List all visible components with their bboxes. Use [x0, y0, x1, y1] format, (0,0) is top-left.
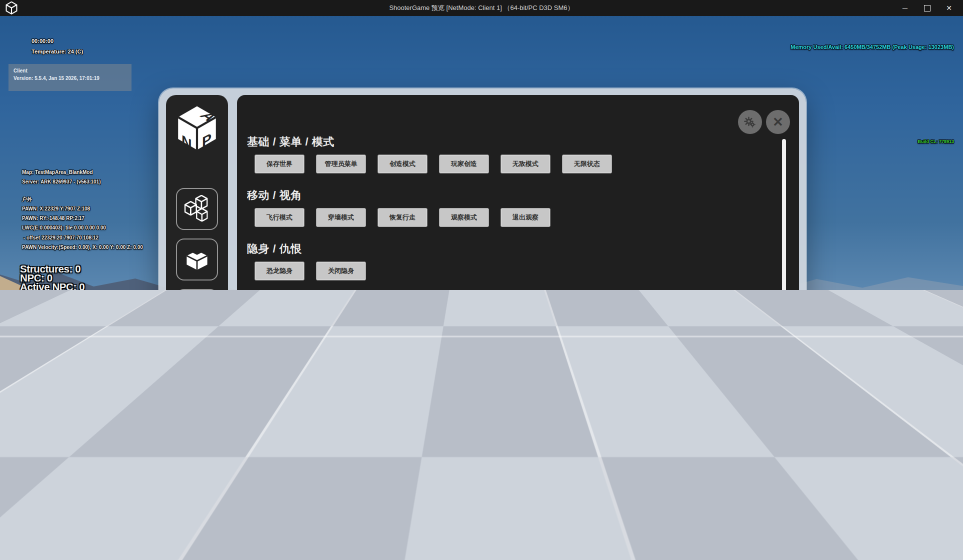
hotbar-slot-number: 7: [518, 539, 554, 547]
gears-icon: [742, 114, 758, 130]
sidebar-tab-world[interactable]: [176, 289, 218, 331]
gear-circuit-icon: [182, 346, 212, 376]
debug-line: LWC(E:0.000403): tile 0.00 0.00 0.00: [22, 223, 143, 232]
admin-command-button[interactable]: 无限状态: [562, 154, 612, 174]
admin-command-button[interactable]: 玩家创造: [439, 154, 489, 174]
hotbar-slot-number: 3: [378, 539, 413, 547]
client-stats: Client Stats:AL_TAMED_DINOS: 0AL_PLAYERS…: [20, 354, 122, 390]
debug-text-block: Map: TestMapArea_BlankModServer: ARK 826…: [22, 168, 143, 252]
panel-close-button[interactable]: ✕: [766, 110, 790, 134]
admin-command-button[interactable]: 关闭隐身: [316, 262, 366, 280]
server-stat-line: Server Ping: 27.21: [20, 336, 122, 345]
app-window: ShooterGame 预览 [NetMode: Client 1] （64-b…: [0, 0, 963, 560]
hotbar-slot[interactable]: [624, 505, 658, 536]
admin-sidebar: [166, 95, 228, 452]
client-version-box: Client Version: 5.5.4, Jan 15 2026, 17:0…: [8, 64, 132, 91]
admin-section: 恐龙 / 世界控制强制驯服清野恐龙: [247, 403, 764, 441]
anp-logo-icon: [862, 524, 884, 549]
admin-command-button[interactable]: 恐龙隐身: [254, 262, 304, 280]
section-title: 基础 / 菜单 / 模式: [247, 136, 764, 148]
package-icon: [182, 244, 212, 274]
admin-command-button[interactable]: 保存世界: [254, 154, 304, 174]
hotbar-slot-number: 0: [624, 539, 659, 547]
food-sack-icon: [931, 451, 952, 472]
admin-command-button[interactable]: 退出观察: [500, 208, 550, 227]
debug-line: Map: TestMapArea_BlankMod: [22, 168, 143, 177]
server-stats: Structures: 0NPC: 0Active NPC: 0Active N…: [20, 264, 122, 345]
admin-section: 隐身 / 仇恨恐龙隐身关闭隐身: [247, 242, 764, 280]
window-title: ShooterGame 预览 [NetMode: Client 1] （64-b…: [0, 0, 963, 16]
gem-icon: [931, 522, 952, 542]
hotbar-slot[interactable]: [379, 505, 414, 536]
section-title: 恐龙 / 世界控制: [247, 403, 764, 416]
hotbar-slot[interactable]: [449, 505, 484, 536]
window-titlebar: ShooterGame 预览 [NetMode: Client 1] （64-b…: [0, 0, 963, 16]
pvp-framerate-text: PvP Server Framerate: 22.12: [22, 449, 82, 454]
admin-command-button[interactable]: 游戏速度: [316, 315, 366, 334]
hotbar-numbers: 1234567890: [308, 539, 659, 547]
section-button-row: 传送到人拉到身边坐标传送: [254, 368, 764, 388]
panel-scrollbar[interactable]: [782, 139, 786, 354]
debug-line: PAWN Velocity:(Speed: 0.00), X: 0.00 Y: …: [22, 242, 143, 252]
hotbar-slot-number: 8: [554, 539, 588, 547]
admin-section: 传送传送到人拉到身边坐标传送: [247, 350, 764, 388]
maximize-icon: [924, 5, 930, 12]
hotbar-slot[interactable]: [554, 505, 589, 536]
hotbar-slot-number: 2: [343, 539, 378, 547]
section-button-row: 恐龙隐身关闭隐身: [254, 262, 764, 280]
sidebar-tab-items[interactable]: [176, 188, 218, 230]
client-box-version: Version: 5.5.4, Jan 15 2026, 17:01:19: [14, 74, 126, 82]
admin-command-button[interactable]: 强制驯服: [254, 422, 304, 441]
admin-command-button[interactable]: 坐标传送: [378, 368, 428, 388]
admin-command-button[interactable]: 传送到人: [254, 368, 304, 388]
memory-readout: Memory Used/Avail: 6450MB/34752MB (Peak …: [790, 44, 954, 50]
client-box-title: Client: [14, 67, 126, 74]
hotbar-slot-number: 1: [308, 539, 343, 547]
admin-command-button[interactable]: 管理员菜单: [316, 154, 366, 174]
cubes-icon: [182, 194, 212, 224]
admin-command-button[interactable]: 清野恐龙: [316, 422, 366, 441]
section-button-row: 设置时间游戏速度: [254, 315, 764, 334]
sidebar-tab-packages[interactable]: [176, 238, 218, 280]
admin-command-button[interactable]: 飞行模式: [254, 208, 304, 227]
session-timer: 00:00:00: [32, 38, 54, 44]
debug-line: PAWN: X:22329 Y:7907 Z:108: [22, 204, 143, 214]
bag-icon: [931, 404, 952, 425]
admin-section: 基础 / 菜单 / 模式保存世界管理员菜单创造模式玩家创造无敌模式无限状态: [247, 136, 764, 174]
temperature-readout: Temperature: 24 (C): [32, 48, 83, 54]
sidebar-tab-settings[interactable]: [176, 340, 218, 382]
admin-command-button[interactable]: 无敌模式: [500, 154, 550, 174]
admin-command-button[interactable]: 观察模式: [439, 208, 489, 227]
minimize-button[interactable]: ─: [894, 0, 916, 16]
close-icon: ✕: [772, 116, 784, 128]
hotbar-slot[interactable]: [589, 505, 624, 536]
stats-block: Structures: 0NPC: 0Active NPC: 0Active N…: [20, 264, 122, 390]
section-title: 移动 / 视角: [247, 189, 764, 202]
admin-command-button[interactable]: 穿墙模式: [316, 208, 366, 227]
maximize-button[interactable]: [916, 0, 938, 16]
debug-line: 户外: [22, 194, 143, 204]
section-button-row: 飞行模式穿墙模式恢复行走观察模式退出观察: [254, 208, 764, 227]
debug-line: Server: ARK 8269937 - (v563.101): [22, 177, 143, 186]
admin-command-button[interactable]: 创造模式: [378, 154, 428, 174]
hotbar-slot[interactable]: [309, 505, 344, 536]
status-icon-column: [931, 404, 953, 542]
hotbar-slot[interactable]: [519, 505, 554, 536]
admin-command-button[interactable]: 恢复行走: [378, 208, 428, 227]
hotbar-slot[interactable]: [484, 505, 519, 536]
hotbar-slot[interactable]: [344, 505, 379, 536]
section-button-row: 保存世界管理员菜单创造模式玩家创造无敌模式无限状态: [254, 154, 764, 174]
hotbar-slot[interactable]: [414, 505, 449, 536]
panel-settings-button[interactable]: [738, 110, 762, 134]
admin-command-button[interactable]: 拉到身边: [316, 368, 366, 388]
admin-section: 时间 / 速度设置时间游戏速度: [247, 296, 764, 334]
section-button-row: 强制驯服清野恐龙: [254, 422, 764, 441]
admin-command-button[interactable]: 设置时间: [254, 315, 304, 334]
admin-panel: ✕ 基础 / 菜单 / 模式保存世界管理员菜单创造模式玩家创造无敌模式无限状态移…: [237, 95, 799, 452]
lightning-icon: [931, 474, 952, 496]
close-button[interactable]: ✕: [938, 0, 960, 16]
water-drop-icon: [931, 428, 952, 448]
hotbar-slot-number: 9: [589, 539, 624, 547]
corner-brand: [850, 514, 896, 560]
section-title: 时间 / 速度: [247, 296, 764, 309]
